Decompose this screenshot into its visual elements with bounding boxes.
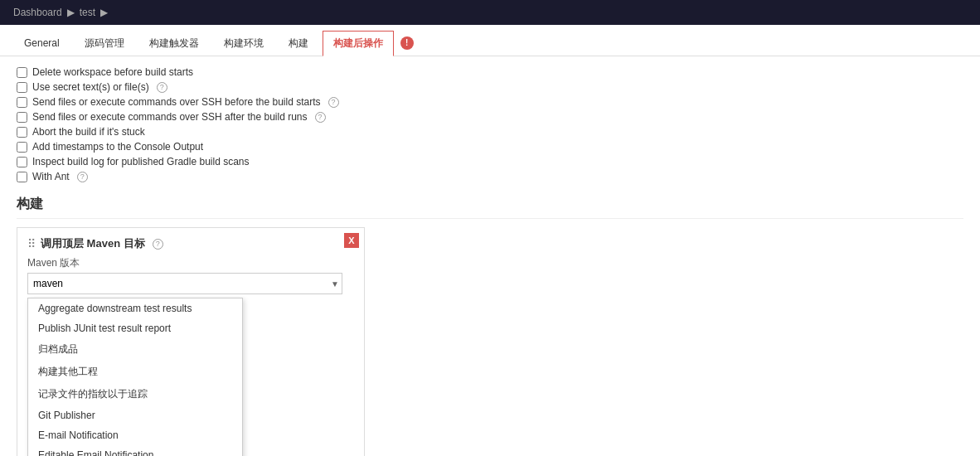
drag-handle-icon[interactable]: ⠿ <box>27 237 36 250</box>
tab-build[interactable]: 构建 <box>278 31 319 56</box>
checkbox-group: Delete workspace before build starts Use… <box>17 66 963 182</box>
breadcrumb-dashboard[interactable]: Dashboard <box>13 7 62 18</box>
tab-build-trigger[interactable]: 构建触发器 <box>138 31 210 56</box>
dropdown-item-3[interactable]: 构建其他工程 <box>28 361 242 383</box>
build-block-header: ⠿ 调用顶层 Maven 目标 ? <box>27 236 354 251</box>
breadcrumb-arrow1: ▶ <box>67 7 75 18</box>
checkbox-abort-stuck-input[interactable] <box>17 127 27 138</box>
checkbox-ssh-before-input[interactable] <box>17 97 27 108</box>
build-block-maven: X ⠿ 调用顶层 Maven 目标 ? Maven 版本 maven Defau… <box>17 227 365 456</box>
checkbox-secret-text[interactable]: Use secret text(s) or file(s) ? <box>17 81 963 93</box>
dropdown-item-7[interactable]: Editable Email Notification <box>28 445 242 456</box>
checkbox-ssh-after-input[interactable] <box>17 112 27 123</box>
main-content: General 源码管理 构建触发器 构建环境 构建 构建后操作 ! Delet… <box>0 25 980 456</box>
checkbox-gradle[interactable]: Inspect build log for published Gradle b… <box>17 156 963 167</box>
checkbox-ant[interactable]: With Ant ? <box>17 171 963 182</box>
checkbox-delete-workspace-input[interactable] <box>17 67 27 78</box>
dropdown-item-0[interactable]: Aggregate downstream test results <box>28 298 242 318</box>
tab-source-mgmt[interactable]: 源码管理 <box>74 31 135 56</box>
checkbox-gradle-input[interactable] <box>17 157 27 167</box>
checkbox-abort-stuck[interactable]: Abort the build if it's stuck <box>17 126 963 138</box>
checkbox-timestamps-input[interactable] <box>17 142 27 153</box>
tabs-bar: General 源码管理 构建触发器 构建环境 构建 构建后操作 ! <box>0 25 980 56</box>
dropdown-item-2[interactable]: 归档成品 <box>28 338 242 361</box>
dropdown-menu: Aggregate downstream test results Publis… <box>27 298 243 456</box>
help-icon-3[interactable]: ? <box>315 112 326 123</box>
breadcrumb-test[interactable]: test <box>80 7 95 18</box>
tab-info-badge[interactable]: ! <box>400 36 414 50</box>
checkbox-timestamps[interactable]: Add timestamps to the Console Output <box>17 141 963 153</box>
content-area: Delete workspace before build starts Use… <box>0 56 980 456</box>
maven-help-icon[interactable]: ? <box>153 239 163 250</box>
tab-post-build[interactable]: 构建后操作 <box>323 31 394 56</box>
checkbox-ssh-after[interactable]: Send files or execute commands over SSH … <box>17 111 963 123</box>
breadcrumb-bar: Dashboard ▶ test ▶ <box>0 0 980 25</box>
help-icon-2[interactable]: ? <box>328 97 339 108</box>
breadcrumb-arrow2: ▶ <box>100 7 108 18</box>
checkbox-ssh-before[interactable]: Send files or execute commands over SSH … <box>17 96 963 108</box>
help-icon-4[interactable]: ? <box>77 172 88 182</box>
dropdown-item-5[interactable]: Git Publisher <box>28 405 242 425</box>
checkbox-ant-input[interactable] <box>17 172 27 182</box>
dropdown-item-6[interactable]: E-mail Notification <box>28 425 242 445</box>
section-build-title: 构建 <box>17 196 963 219</box>
checkbox-secret-text-input[interactable] <box>17 82 27 93</box>
dropdown-item-4[interactable]: 记录文件的指纹以于追踪 <box>28 383 242 405</box>
tab-build-env[interactable]: 构建环境 <box>213 31 274 56</box>
close-maven-button[interactable]: X <box>344 233 359 248</box>
version-label: Maven 版本 <box>27 256 354 270</box>
maven-version-select[interactable]: maven Default Maven 3.8.1 <box>27 273 342 294</box>
dropdown-item-1[interactable]: Publish JUnit test result report <box>28 318 242 338</box>
help-icon-1[interactable]: ? <box>157 82 167 93</box>
dropdown-container: Aggregate downstream test results Publis… <box>27 298 354 456</box>
tab-general[interactable]: General <box>13 32 70 54</box>
checkbox-delete-workspace[interactable]: Delete workspace before build starts <box>17 66 963 78</box>
maven-version-select-wrapper: maven Default Maven 3.8.1 ▼ <box>27 273 342 294</box>
maven-block-title: 调用顶层 Maven 目标 <box>41 236 145 251</box>
